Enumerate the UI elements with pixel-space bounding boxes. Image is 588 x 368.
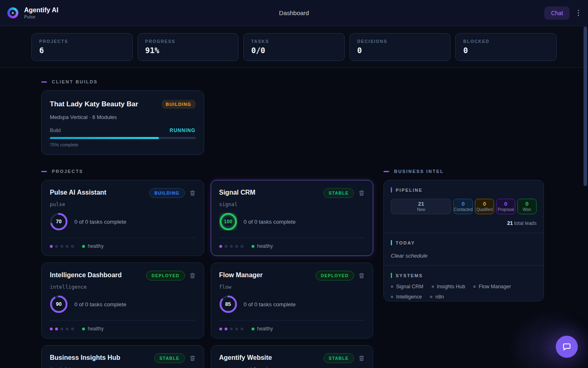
project-status-badge: BUILDING xyxy=(149,188,185,198)
project-card[interactable]: Agentify Website STABLE weareagentify.ai xyxy=(211,345,374,368)
stat-card: PROGRESS 91% xyxy=(138,33,239,61)
card-divider xyxy=(219,238,365,238)
trash-icon[interactable] xyxy=(359,355,365,361)
logo-letter: A xyxy=(10,10,16,16)
project-tasks-text: 0 of 0 tasks complete xyxy=(244,219,296,225)
stats-band: PROJECTS 6 PROGRESS 91% TASKS 0/0 DECISI… xyxy=(0,26,588,68)
trash-icon[interactable] xyxy=(359,272,365,279)
project-title: Flow Manager xyxy=(219,271,263,279)
pipeline-stage[interactable]: 0 Won xyxy=(517,199,537,214)
stage-label: Contacted xyxy=(454,207,472,212)
milestone-dot xyxy=(55,328,58,330)
chat-fab-button[interactable] xyxy=(556,336,578,358)
projects-section-header: PROJECTS xyxy=(41,169,373,174)
page-title: Dashboard xyxy=(0,9,588,16)
milestone-dot xyxy=(50,328,53,330)
card-divider xyxy=(219,320,365,321)
milestone-dot xyxy=(219,328,222,330)
health-text: healthy xyxy=(88,243,104,249)
stat-label: DECISIONS xyxy=(357,39,443,44)
left-column: CLIENT BUILDS That Lady Katy Beauty Bar … xyxy=(41,79,373,368)
chat-button[interactable]: Chat xyxy=(544,7,570,20)
client-build-title: That Lady Katy Beauty Bar xyxy=(50,100,138,108)
app-header: A Agentify AI Pulse Dashboard Chat xyxy=(0,0,588,26)
app-name: Agentify AI xyxy=(24,7,58,14)
project-ring-row: 100 0 of 0 tasks complete xyxy=(219,213,365,231)
project-card[interactable]: Pulse AI Assistant BUILDING pulse 70 0 o… xyxy=(41,180,204,256)
project-card[interactable]: Intelligence Dashboard DEPLOYED intellig… xyxy=(41,263,204,339)
system-item: Signal CRM xyxy=(391,284,423,289)
pipeline-section: PIPELINE 21 New 0 Contacted 0 Qualified … xyxy=(384,180,543,233)
build-progress-bar xyxy=(50,137,196,139)
project-footer: healthy xyxy=(219,243,365,249)
system-name: n8n xyxy=(435,294,444,300)
project-slug: signal xyxy=(219,201,365,207)
milestone-dot xyxy=(230,328,233,330)
project-card[interactable]: Signal CRM STABLE signal 100 0 of 0 task… xyxy=(211,180,374,256)
project-tasks-text: 0 of 0 tasks complete xyxy=(244,301,296,307)
system-dot-icon xyxy=(430,296,432,298)
stat-card: DECISIONS 0 xyxy=(350,33,451,61)
total-leads-label: total leads xyxy=(513,220,537,226)
stat-label: PROJECTS xyxy=(39,39,125,44)
pipeline-stage[interactable]: 0 Proposal xyxy=(496,199,515,214)
total-leads: 21 total leads xyxy=(391,220,537,226)
system-item: Insights Hub xyxy=(432,284,465,289)
system-name: Flow Manager xyxy=(479,284,511,289)
project-footer: healthy xyxy=(50,243,196,249)
system-item: Intelligence xyxy=(391,294,422,300)
stage-value: 0 xyxy=(483,201,486,207)
stat-value: 6 xyxy=(39,46,125,55)
milestone-dot xyxy=(60,245,63,248)
pipeline-stage[interactable]: 0 Contacted xyxy=(453,199,473,214)
pipeline-stage[interactable]: 21 New xyxy=(391,199,451,214)
client-builds-label: CLIENT BUILDS xyxy=(52,79,98,84)
stat-card: BLOCKED 0 xyxy=(455,33,557,61)
project-footer: healthy xyxy=(50,326,196,332)
app-logo-icon: A xyxy=(7,7,18,18)
milestone-dot xyxy=(50,245,53,248)
milestone-dot xyxy=(219,245,222,248)
trash-icon[interactable] xyxy=(189,190,196,196)
project-title: Signal CRM xyxy=(219,188,256,196)
stat-card: PROJECTS 6 xyxy=(31,33,133,61)
project-status-badge: DEPLOYED xyxy=(316,271,354,280)
today-empty-text: Clear schedule xyxy=(391,253,537,259)
section-dash-icon xyxy=(383,171,389,172)
project-footer: healthy xyxy=(219,326,365,332)
milestone-dot xyxy=(225,245,227,248)
project-ring-row: 90 0 of 0 tasks complete xyxy=(50,295,196,313)
scrollbar-thumb[interactable] xyxy=(584,27,587,186)
main-content: CLIENT BUILDS That Lady Katy Beauty Bar … xyxy=(0,68,588,368)
health-text: healthy xyxy=(257,243,273,249)
project-card[interactable]: Flow Manager DEPLOYED flow 85 0 of 0 tas… xyxy=(211,263,374,339)
pipeline-stage[interactable]: 0 Qualified xyxy=(475,199,494,214)
stage-label: Qualified xyxy=(477,207,492,212)
today-title: TODAY xyxy=(396,240,415,245)
project-ring-row: 70 0 of 0 tasks complete xyxy=(50,213,196,231)
pipeline-stages: 21 New 0 Contacted 0 Qualified 0 Proposa… xyxy=(391,199,537,214)
system-name: Insights Hub xyxy=(437,284,465,289)
systems-title: SYSTEMS xyxy=(396,273,423,278)
health-text: healthy xyxy=(88,326,104,332)
health-dot-icon xyxy=(252,245,254,248)
health-dot-icon xyxy=(82,245,85,248)
business-intel-panel: PIPELINE 21 New 0 Contacted 0 Qualified … xyxy=(383,180,544,301)
business-intel-label: BUSINESS INTEL xyxy=(394,169,444,174)
client-build-card[interactable]: That Lady Katy Beauty Bar BUILDING Medsp… xyxy=(41,90,204,155)
project-slug: weareagentify.ai xyxy=(219,366,365,368)
project-card[interactable]: Business Insights Hub STABLE insights xyxy=(41,345,204,368)
trash-icon[interactable] xyxy=(359,190,365,196)
project-slug: intelligence xyxy=(50,284,196,290)
kebab-menu-icon[interactable] xyxy=(575,7,581,18)
card-divider xyxy=(50,238,196,238)
health-dot-icon xyxy=(82,328,85,330)
app-title-block: Agentify AI Pulse xyxy=(24,7,58,19)
trash-icon[interactable] xyxy=(189,355,196,361)
stat-label: BLOCKED xyxy=(463,39,549,44)
stage-value: 0 xyxy=(461,201,465,207)
app-subtitle: Pulse xyxy=(24,14,58,19)
project-tasks-text: 0 of 0 tasks complete xyxy=(74,219,127,225)
trash-icon[interactable] xyxy=(189,272,196,279)
milestone-dot xyxy=(235,245,238,248)
